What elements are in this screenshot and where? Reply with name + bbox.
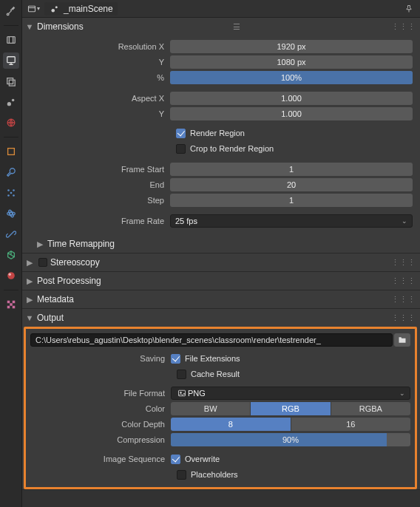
metadata-header[interactable]: ▶ Metadata ⋮⋮⋮ [22,290,420,308]
svg-point-11 [10,192,12,194]
post-processing-header[interactable]: ▶ Post Processing ⋮⋮⋮ [22,272,420,290]
frame-end-label: End [30,180,170,189]
tab-modifier-icon[interactable] [3,164,19,180]
tab-mesh-icon[interactable] [3,247,19,263]
tab-scene-icon[interactable] [3,94,19,110]
svg-rect-22 [7,306,10,309]
chevron-right-icon: ▶ [25,276,34,285]
stereoscopy-panel: ▶ Stereoscopy ⋮⋮⋮ [22,254,420,272]
tab-particles-icon[interactable] [3,185,19,201]
resolution-percent-field[interactable]: 100% [170,71,413,84]
chevron-right-icon: ▶ [25,258,34,267]
frame-end-field[interactable]: 20 [170,178,413,191]
panel-preset-icon[interactable]: ☰ [233,22,242,32]
pin-icon[interactable] [402,2,416,16]
header: ▾ _mainScene [22,0,420,18]
tab-world-icon[interactable] [3,115,19,131]
crop-to-render-region-label: Crop to Render Region [190,144,274,153]
depth-16-button[interactable]: 16 [291,418,411,431]
resolution-y-field[interactable]: 1080 px [170,55,413,69]
panel-grip-icon[interactable]: ⋮⋮⋮ [391,258,416,268]
chevron-right-icon: ▶ [35,239,44,248]
color-bw-button[interactable]: BW [171,402,251,415]
svg-point-12 [7,194,10,197]
depth-8-button[interactable]: 8 [171,418,291,431]
frame-rate-label: Frame Rate [30,217,170,225]
panel-grip-icon[interactable]: ⋮⋮⋮ [391,276,416,286]
aspect-x-label: Aspect X [30,94,170,103]
frame-rate-select[interactable]: 25 fps⌄ [170,214,413,228]
dimensions-panel-title: Dimensions [37,21,84,32]
svg-point-10 [13,189,15,191]
editor-type-icon[interactable]: ▾ [27,2,40,16]
browse-button[interactable] [394,333,410,347]
scene-selector[interactable]: _mainScene [44,2,118,16]
svg-point-13 [13,194,15,197]
placeholders-checkbox[interactable] [177,470,186,480]
chevron-right-icon: ▶ [25,295,34,304]
scene-icon [49,4,61,13]
aspect-x-field[interactable]: 1.000 [170,92,413,105]
stereoscopy-header[interactable]: ▶ Stereoscopy ⋮⋮⋮ [22,254,420,271]
output-header[interactable]: ▼ Output ⋮⋮⋮ [22,309,420,327]
file-extensions-checkbox[interactable] [171,354,180,364]
time-remapping-header[interactable]: ▶ Time Remapping [22,235,420,253]
frame-step-field[interactable]: 1 [170,194,413,207]
resolution-x-field[interactable]: 1920 px [170,40,413,53]
svg-point-6 [11,99,14,102]
metadata-panel: ▶ Metadata ⋮⋮⋮ [22,290,420,309]
overwrite-checkbox[interactable] [171,455,180,464]
tab-physics-icon[interactable] [3,205,19,222]
file-extensions-label: File Extensions [185,354,240,363]
tab-viewlayer-icon[interactable] [3,73,19,89]
svg-point-17 [7,272,15,279]
dimensions-panel-header[interactable]: ▼ Dimensions ☰ ⋮⋮⋮ [22,18,420,35]
overwrite-label: Overwrite [185,455,220,463]
svg-rect-8 [7,149,14,155]
panel-grip-icon[interactable]: ⋮⋮⋮ [391,295,416,304]
output-path-field[interactable]: C:\Users\rebus_agustin\Desktop\blender_s… [30,333,393,347]
svg-rect-4 [9,80,15,86]
svg-point-16 [7,209,14,217]
tab-object-icon[interactable] [3,143,19,160]
color-mode-toggle: BW RGB RGBA [171,402,410,415]
scene-name: _mainScene [64,4,113,14]
svg-rect-21 [10,303,13,306]
compression-field[interactable]: 90% [171,433,410,446]
crop-to-render-region-checkbox[interactable] [176,144,186,154]
color-depth-toggle: 8 16 [171,418,410,431]
panel-grip-icon[interactable]: ⋮⋮⋮ [391,313,416,323]
frame-step-label: Step [30,196,170,205]
svg-point-25 [52,9,55,13]
frame-start-field[interactable]: 1 [170,163,413,176]
render-region-checkbox[interactable] [176,129,186,138]
svg-point-9 [7,189,10,191]
file-format-select[interactable]: PNG⌄ [171,387,410,400]
chevron-down-icon: ▼ [25,313,34,322]
cache-result-checkbox[interactable] [177,370,186,379]
svg-point-28 [180,392,182,393]
resolution-x-label: Resolution X [30,42,170,51]
panel-grip-icon[interactable]: ⋮⋮⋮ [391,22,416,32]
post-processing-panel: ▶ Post Processing ⋮⋮⋮ [22,272,420,290]
tab-render-icon[interactable] [3,32,19,48]
saving-label: Saving [30,354,171,363]
image-icon [176,389,188,398]
color-rgba-button[interactable]: RGBA [331,402,410,415]
tab-texture-icon[interactable] [3,296,19,313]
tab-constraints-icon[interactable] [3,226,19,242]
svg-point-18 [8,273,11,276]
aspect-y-field[interactable]: 1.000 [170,107,413,120]
tab-output-icon[interactable] [3,52,19,69]
placeholders-label: Placeholders [191,470,238,479]
tab-tool-icon[interactable] [3,3,19,19]
metadata-title: Metadata [37,294,74,304]
stereoscopy-enable-checkbox[interactable] [38,258,47,267]
color-rgb-button[interactable]: RGB [251,402,331,415]
tab-material-icon[interactable] [3,268,19,284]
stereoscopy-title: Stereoscopy [50,257,100,268]
color-label: Color [30,404,171,413]
output-highlight: C:\Users\rebus_agustin\Desktop\blender_s… [24,327,417,489]
svg-point-26 [55,6,58,8]
svg-rect-2 [7,57,15,63]
